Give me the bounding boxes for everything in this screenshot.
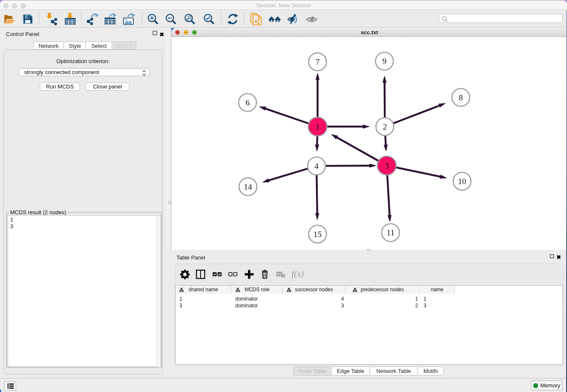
svg-text:1: 1 xyxy=(316,122,320,131)
svg-text:8: 8 xyxy=(459,93,463,102)
svg-text:9: 9 xyxy=(383,57,387,66)
svg-text:7: 7 xyxy=(316,58,320,66)
svg-text:11: 11 xyxy=(387,228,395,237)
svg-text:4: 4 xyxy=(314,162,319,171)
svg-text:14: 14 xyxy=(244,182,252,191)
svg-text:10: 10 xyxy=(458,177,466,186)
svg-text:2: 2 xyxy=(383,122,387,131)
svg-text:6: 6 xyxy=(245,98,250,107)
svg-text:3: 3 xyxy=(385,161,389,170)
svg-text:f(x): f(x) xyxy=(292,269,304,279)
svg-text:15: 15 xyxy=(314,230,322,239)
